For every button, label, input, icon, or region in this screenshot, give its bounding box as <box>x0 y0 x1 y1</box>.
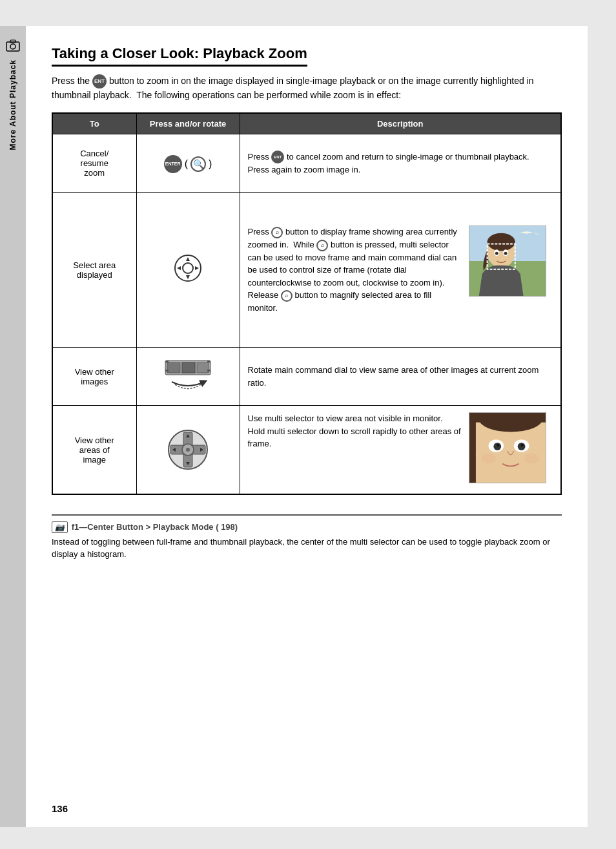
footer-title-text: f1—Center Button > Playback Mode ( 198) <box>72 522 238 532</box>
enter-btn: ENTER <box>164 155 182 173</box>
selector-inline-btn3: ⌕ <box>281 290 293 302</box>
cell-press-cancel: ENTER ( 🔍 ) <box>136 134 240 193</box>
cell-to-view-images: View otherimages <box>52 348 136 406</box>
cell-to-select: Select areadisplayed <box>52 193 136 348</box>
enter-inline-icon: ENT <box>271 151 284 163</box>
header-description: Description <box>240 113 561 134</box>
dial-illustration <box>145 357 232 396</box>
svg-point-47 <box>518 443 526 450</box>
cell-press-select <box>136 193 240 348</box>
header-press: Press and/or rotate <box>136 113 240 134</box>
table-row: View otherareas ofimage <box>52 406 561 494</box>
svg-point-13 <box>488 233 515 251</box>
svg-rect-21 <box>182 362 195 373</box>
table-row: View otherimages <box>52 348 561 406</box>
table-row: Select areadisplayed <box>52 193 561 348</box>
cell-press-view-areas <box>136 406 240 494</box>
open-paren: ( <box>185 158 188 170</box>
desc-with-image-areas: Use multi selector to view area not visi… <box>248 412 553 487</box>
svg-rect-20 <box>167 362 180 373</box>
cell-to-cancel: Cancel/resumezoom <box>52 134 136 193</box>
cell-desc-view-areas: Use multi selector to view area not visi… <box>240 406 561 494</box>
svg-point-1 <box>10 44 15 49</box>
camera-icon <box>6 39 20 53</box>
cancel-press-icons: ENTER ( 🔍 ) <box>164 155 212 173</box>
svg-rect-25 <box>207 361 210 362</box>
selector-inline-btn2: ⌕ <box>316 240 328 251</box>
table-row: Cancel/resumezoom ENTER ( 🔍 ) Press ENT … <box>52 134 561 193</box>
page-number: 136 <box>52 803 68 814</box>
svg-point-17 <box>504 252 508 255</box>
svg-rect-40 <box>469 413 476 483</box>
intro-paragraph: Press the ENT button to zoom in on the i… <box>52 74 562 102</box>
left-sidebar: More About Playback <box>0 26 26 827</box>
face-zoom-svg <box>469 225 546 297</box>
header-to: To <box>52 113 136 134</box>
sidebar-label: More About Playback <box>8 59 17 151</box>
footer-note: 📷 f1—Center Button > Playback Mode ( 198… <box>52 514 562 561</box>
zoom-icon: 🔍 <box>190 156 206 172</box>
face-zoomed-svg <box>469 412 546 483</box>
svg-marker-8 <box>195 266 199 270</box>
svg-marker-7 <box>177 266 181 270</box>
footer-note-text: Instead of toggling between full-frame a… <box>52 536 562 561</box>
svg-point-44 <box>493 443 501 450</box>
desc-text-areas: Use multi selector to view area not visi… <box>248 412 463 450</box>
dial-svg <box>162 357 214 396</box>
desc-text-select: Press ⌕ button to display frame showing … <box>248 225 463 314</box>
svg-rect-24 <box>165 370 169 372</box>
close-paren: ) <box>209 158 212 170</box>
svg-point-49 <box>481 454 497 464</box>
zoom-table: To Press and/or rotate Description Cance… <box>52 112 562 495</box>
svg-rect-23 <box>165 361 169 362</box>
footer-note-title: 📷 f1—Center Button > Playback Mode ( 198… <box>52 522 562 532</box>
enter-button-icon: ENT <box>92 74 107 89</box>
svg-point-4 <box>183 263 193 273</box>
svg-rect-26 <box>207 370 210 372</box>
cell-to-view-areas: View otherareas ofimage <box>52 406 136 494</box>
footnote-icon: 📷 <box>52 521 68 533</box>
svg-marker-6 <box>186 275 190 279</box>
svg-point-48 <box>521 444 524 446</box>
desc-with-image-select: Press ⌕ button to display frame showing … <box>248 225 553 314</box>
cell-desc-view-images: Rotate main command dial to view same ar… <box>240 348 561 406</box>
dpad-svg <box>165 427 210 472</box>
svg-marker-5 <box>186 257 190 261</box>
page-title: Taking a Closer Look: Playback Zoom <box>52 45 307 67</box>
svg-point-45 <box>497 444 499 446</box>
svg-rect-22 <box>197 362 209 373</box>
svg-rect-2 <box>10 40 15 43</box>
svg-point-37 <box>186 448 190 452</box>
page-container: Taking a Closer Look: Playback Zoom Pres… <box>26 26 588 827</box>
svg-rect-0 <box>6 42 19 51</box>
desc-image-face-zoom <box>469 412 553 487</box>
cell-press-view-images <box>136 348 240 406</box>
cell-desc-cancel: Press ENT to cancel zoom and return to s… <box>240 134 561 193</box>
selector-inline-btn: ⌕ <box>271 227 283 238</box>
svg-point-16 <box>495 252 498 255</box>
dpad-container <box>145 427 232 472</box>
desc-image-face <box>469 225 553 300</box>
cell-desc-select: Press ⌕ button to display frame showing … <box>240 193 561 348</box>
selector-icon <box>172 252 204 284</box>
svg-point-50 <box>524 454 540 464</box>
